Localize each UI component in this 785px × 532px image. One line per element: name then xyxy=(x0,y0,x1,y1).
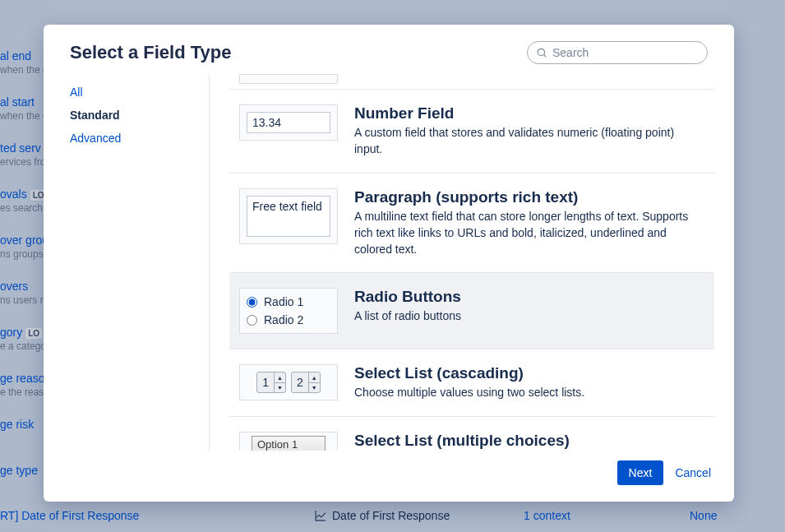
svg-line-1 xyxy=(544,55,547,58)
preview-multiselect: Option 1 xyxy=(239,432,338,451)
field-type-select-cascading[interactable]: 1 ▲▼ 2 ▲▼ Select List (cascading) Choose… xyxy=(229,349,714,416)
field-desc: A multiline text field that can store lo… xyxy=(354,208,704,258)
modal-header: Select a Field Type xyxy=(44,25,734,74)
stepper-icon: ▲▼ xyxy=(274,372,285,392)
field-type-radio[interactable]: Radio 1 Radio 2 Radio Buttons A list of … xyxy=(229,273,714,349)
field-desc: Choose multiple values using two select … xyxy=(354,384,704,400)
search-input-wrap[interactable] xyxy=(527,41,708,64)
search-input[interactable] xyxy=(552,46,699,59)
cancel-button[interactable]: Cancel xyxy=(675,466,711,479)
category-sidebar: All Standard Advanced xyxy=(62,74,210,451)
field-type-paragraph[interactable]: Paragraph (supports rich text) A multili… xyxy=(229,173,714,274)
sidebar-item-standard[interactable]: Standard xyxy=(70,104,201,127)
radio-label: Radio 1 xyxy=(264,295,303,308)
cascading-select-1: 1 ▲▼ xyxy=(256,372,286,393)
preview-number-input xyxy=(247,112,330,133)
preview-cascading: 1 ▲▼ 2 ▲▼ xyxy=(239,364,338,400)
select-value: 1 xyxy=(257,376,274,389)
cascading-select-2: 2 ▲▼ xyxy=(291,372,321,393)
field-type-list[interactable]: Number Field A custom field that stores … xyxy=(210,74,734,451)
radio-label: Radio 2 xyxy=(264,313,303,326)
select-field-type-modal: Select a Field Type All Standard Advance… xyxy=(44,25,734,502)
select-value: 2 xyxy=(292,376,308,389)
field-title: Number Field xyxy=(354,104,704,123)
modal-title: Select a Field Type xyxy=(70,42,231,63)
preview-radio-opt2: Radio 2 xyxy=(247,313,303,326)
svg-point-0 xyxy=(538,49,544,55)
preview-cutoff xyxy=(239,74,338,84)
radio-icon xyxy=(247,315,257,326)
field-title: Radio Buttons xyxy=(354,288,704,306)
field-desc: A list of radio buttons xyxy=(354,308,704,324)
preview-number xyxy=(239,104,338,141)
modal-footer: Next Cancel xyxy=(44,451,734,502)
preview-paragraph xyxy=(239,188,338,244)
field-title: Select List (multiple choices) xyxy=(354,432,704,450)
field-type-number[interactable]: Number Field A custom field that stores … xyxy=(229,89,714,173)
multiselect-option: Option 1 xyxy=(252,436,326,451)
sidebar-item-advanced[interactable]: Advanced xyxy=(70,127,201,150)
preview-radio-opt1: Radio 1 xyxy=(247,295,303,308)
field-title: Paragraph (supports rich text) xyxy=(354,188,704,206)
radio-icon xyxy=(247,297,257,308)
next-button[interactable]: Next xyxy=(617,460,664,485)
field-desc: A custom field that stores and validates… xyxy=(354,124,704,158)
stepper-icon: ▲▼ xyxy=(308,372,320,392)
field-title: Select List (cascading) xyxy=(354,364,704,382)
field-type-select-multiple[interactable]: Option 1 Select List (multiple choices) xyxy=(229,417,714,451)
sidebar-item-all[interactable]: All xyxy=(70,81,201,104)
preview-paragraph-textarea xyxy=(247,196,330,237)
search-icon xyxy=(536,47,547,58)
preview-radio: Radio 1 Radio 2 xyxy=(239,288,338,334)
